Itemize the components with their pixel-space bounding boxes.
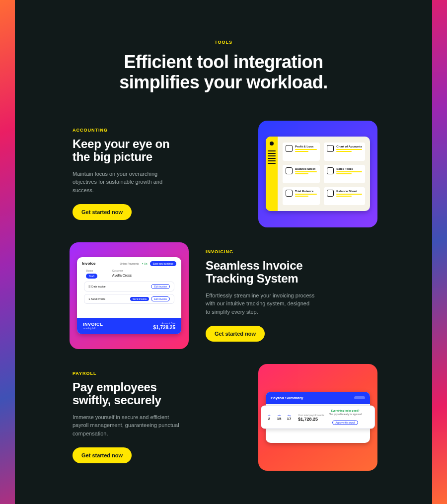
section-headline: Efficient tool integration simplifies yo… [70, 52, 377, 93]
invoicing-illustration: Invoice Online Payments ✦ On Save and co… [70, 242, 189, 349]
status-indicator [354, 396, 365, 399]
save-continue-button: Save and continue [150, 261, 176, 266]
payroll-strip: wk2 mth15 day17 Your total payroll cost … [266, 406, 370, 429]
report-card: ◫Chart of Accounts [324, 143, 365, 161]
tool-title: Seamless Invoice Tracking System [206, 259, 374, 286]
bank-icon: 🏛 [286, 190, 293, 197]
tool-description: Maintain focus on your overarching objec… [73, 170, 182, 195]
sidebar-mock [266, 137, 278, 211]
tool-accounting: ACCOUNTING Keep your eye on the big pict… [70, 121, 377, 227]
payroll-header: Payroll Summary [271, 396, 303, 400]
tool-category: INVOICING [206, 249, 374, 254]
report-card: ⚖Sales Taxes [324, 165, 365, 183]
tool-category: PAYROLL [73, 371, 241, 376]
headline-line-2: simplifies your workload. [119, 72, 328, 92]
invoice-row: ➤ Send invoice Send invoiceEdit invoice [84, 294, 174, 304]
report-card: ≣Balance Sheet [283, 165, 320, 183]
tool-text-block: ACCOUNTING Keep your eye on the big pict… [70, 121, 244, 227]
tool-title: Keep your eye on the big picture [73, 138, 241, 164]
report-card: ≣Balance Sheet [324, 187, 365, 206]
payroll-illustration: Payroll Summary wk2 mth15 day17 [258, 364, 377, 471]
tool-invoicing: INVOICING Seamless Invoice Tracking Syst… [70, 242, 377, 349]
scales-icon: ⚖ [327, 167, 334, 174]
report-card: 🏛Trial Balance [283, 187, 320, 206]
get-started-button[interactable]: Get started now [73, 204, 132, 220]
tool-category: ACCOUNTING [73, 128, 241, 133]
section-eyebrow: TOOLS [70, 40, 377, 45]
currency-exchange-icon: ⇄ [286, 145, 293, 152]
tool-description: Immerse yourself in secure and efficient… [73, 413, 182, 438]
invoice-total-banner: INVOICE monthly bill Amount Due $1,728.2… [77, 318, 181, 334]
headline-line-1: Efficient tool integration [124, 52, 323, 72]
approve-payroll-button: Approve this payroll [332, 421, 358, 425]
tool-description: Effortlessly streamline your invoicing p… [206, 291, 315, 316]
invoice-title: Invoice [82, 261, 96, 266]
list-icon: ≣ [286, 167, 293, 174]
payroll-mock: Payroll Summary wk2 mth15 day17 [266, 392, 370, 443]
accounting-illustration: ⇄Profit & Loss ◫Chart of Accounts ≣Balan… [258, 121, 377, 227]
dashboard-mock: ⇄Profit & Loss ◫Chart of Accounts ≣Balan… [266, 137, 370, 211]
invoice-row: ☰ Crate invoice Edit invoice [84, 282, 174, 291]
page-container: TOOLS Efficient tool integration simplif… [15, 0, 432, 504]
get-started-button[interactable]: Get started now [206, 326, 265, 342]
tool-title: Pay employees swiftly, securely [73, 381, 241, 407]
tool-text-block: PAYROLL Pay employees swiftly, securely … [70, 364, 244, 471]
document-icon: ◫ [327, 145, 334, 152]
report-card: ⇄Profit & Loss [283, 143, 320, 161]
invoice-mock: Invoice Online Payments ✦ On Save and co… [77, 257, 181, 334]
list-icon: ≣ [327, 190, 334, 197]
get-started-button[interactable]: Get started now [73, 447, 132, 463]
tool-text-block: INVOICING Seamless Invoice Tracking Syst… [203, 242, 377, 349]
tool-payroll: PAYROLL Pay employees swiftly, securely … [70, 364, 377, 471]
